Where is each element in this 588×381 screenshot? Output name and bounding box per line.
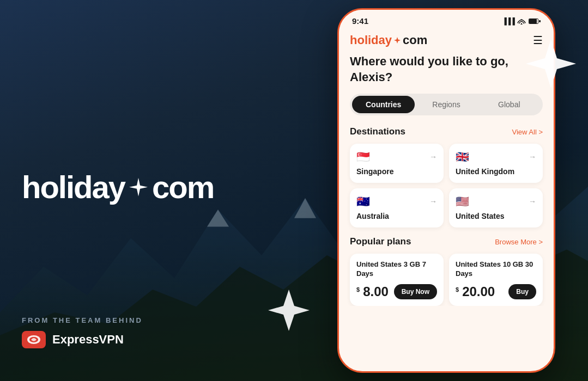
destination-uk[interactable]: 🇬🇧 → United Kingdom bbox=[449, 144, 543, 183]
plan-2-price: 20.00 bbox=[462, 284, 495, 299]
status-bar: 9:41 ▐▐▐ bbox=[339, 10, 554, 29]
browse-more-link[interactable]: Browse More > bbox=[495, 238, 543, 246]
plan-1-price-row: $ 8.00 Buy Now bbox=[356, 284, 437, 299]
brand-holiday: holiday bbox=[350, 33, 392, 47]
svg-marker-10 bbox=[268, 290, 310, 331]
from-team-label: FROM THE TEAM BEHIND bbox=[22, 316, 143, 324]
destination-us[interactable]: 🇺🇸 → United States bbox=[449, 188, 543, 228]
plan-2-price-row: $ 20.00 Buy bbox=[456, 284, 536, 299]
plan-2-currency: $ bbox=[456, 286, 459, 293]
brand-star-icon bbox=[128, 176, 149, 197]
plans-grid: United States 3 GB 7 Days $ 8.00 Buy Now… bbox=[350, 254, 543, 306]
sparkle-left bbox=[267, 288, 311, 332]
brand-word-holiday: holiday bbox=[22, 169, 125, 205]
from-team-section: FROM THE TEAM BEHIND ExpressVPN bbox=[22, 316, 143, 348]
expressvpn-logo: ExpressVPN bbox=[22, 331, 143, 348]
popular-plans-header: Popular plans Browse More > bbox=[350, 236, 543, 247]
svg-marker-11 bbox=[526, 39, 576, 88]
plan-1-price: 8.00 bbox=[363, 284, 389, 299]
plan-1-currency: $ bbox=[356, 286, 360, 293]
name-us: United States bbox=[456, 212, 504, 220]
plan-2-name: United States 10 GB 30 Days bbox=[456, 260, 536, 279]
tab-regions[interactable]: Regions bbox=[415, 96, 477, 113]
greeting-text: Where would you like to go, Alexis? bbox=[350, 54, 543, 85]
plan-1-buy-button[interactable]: Buy Now bbox=[394, 284, 437, 299]
flag-australia: 🇦🇺 bbox=[356, 195, 370, 208]
phone-frame: 9:41 ▐▐▐ hol bbox=[337, 8, 555, 373]
arrow-australia: → bbox=[429, 197, 437, 206]
brand-com: com bbox=[403, 33, 427, 47]
flag-singapore: 🇸🇬 bbox=[356, 150, 370, 163]
destinations-title: Destinations bbox=[350, 126, 405, 137]
plan-us-10gb[interactable]: United States 10 GB 30 Days $ 20.00 Buy bbox=[449, 254, 543, 306]
flag-uk: 🇬🇧 bbox=[456, 150, 469, 163]
view-all-link[interactable]: View All > bbox=[512, 128, 543, 136]
name-singapore: Singapore bbox=[356, 167, 393, 176]
plan-us-3gb[interactable]: United States 3 GB 7 Days $ 8.00 Buy Now bbox=[350, 254, 444, 306]
plan-1-name: United States 3 GB 7 Days bbox=[356, 260, 437, 279]
destination-singapore[interactable]: 🇸🇬 → Singapore bbox=[350, 144, 444, 183]
arrow-us: → bbox=[529, 197, 536, 206]
battery-icon bbox=[529, 18, 541, 24]
expressvpn-label: ExpressVPN bbox=[52, 333, 124, 347]
destination-australia[interactable]: 🇦🇺 → Australia bbox=[350, 188, 444, 228]
expressvpn-shield-icon bbox=[26, 334, 42, 345]
app-main: Where would you like to go, Alexis? Coun… bbox=[339, 54, 554, 306]
wifi-icon bbox=[517, 18, 526, 24]
svg-marker-16 bbox=[394, 37, 401, 44]
tab-countries[interactable]: Countries bbox=[352, 96, 415, 113]
status-icons: ▐▐▐ bbox=[502, 17, 541, 25]
tabs-container: Countries Regions Global bbox=[350, 94, 543, 115]
status-time: 9:41 bbox=[352, 16, 368, 26]
svg-rect-14 bbox=[529, 19, 537, 23]
destinations-header: Destinations View All > bbox=[350, 126, 543, 137]
tab-global[interactable]: Global bbox=[478, 96, 541, 113]
name-uk: United Kingdom bbox=[456, 167, 514, 176]
svg-rect-15 bbox=[539, 20, 541, 22]
flag-us: 🇺🇸 bbox=[456, 195, 469, 208]
arrow-singapore: → bbox=[429, 152, 437, 161]
plan-2-buy-button[interactable]: Buy bbox=[508, 284, 536, 299]
left-brand-area: holiday com bbox=[22, 169, 214, 205]
destinations-grid: 🇸🇬 → Singapore 🇬🇧 → United Kingdom bbox=[350, 144, 543, 228]
popular-plans-title: Popular plans bbox=[350, 236, 411, 247]
sparkle-right bbox=[525, 38, 577, 90]
brand-dot-star-icon bbox=[393, 36, 401, 44]
svg-marker-7 bbox=[129, 177, 148, 196]
brand-word-com: com bbox=[152, 169, 214, 205]
signal-icon: ▐▐▐ bbox=[502, 17, 514, 25]
name-australia: Australia bbox=[356, 212, 389, 220]
app-header: holiday com ☰ bbox=[339, 29, 554, 54]
app-brand: holiday com bbox=[350, 33, 427, 47]
expressvpn-icon bbox=[22, 331, 46, 348]
arrow-uk: → bbox=[529, 152, 536, 161]
